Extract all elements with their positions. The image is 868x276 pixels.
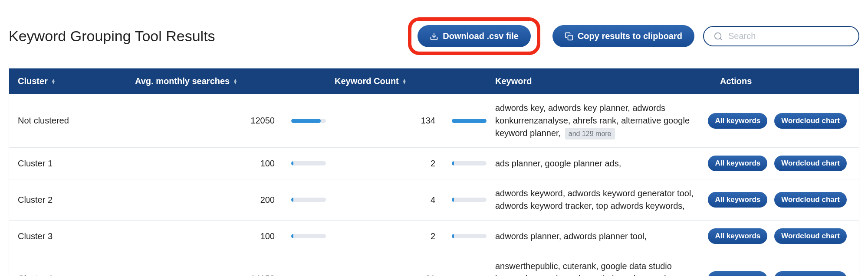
cell-keyword: answerthepublic, cuterank, google data s… <box>487 252 711 276</box>
wordcloud-chart-button[interactable]: Wordcloud chart <box>774 113 847 129</box>
sort-icon: ▲▼ <box>51 79 56 84</box>
cell-actions: All keywordsWordcloud chart <box>711 184 859 215</box>
wordcloud-chart-button[interactable]: Wordcloud chart <box>774 192 847 208</box>
col-header-bar2 <box>439 68 487 94</box>
table-row: Cluster 31002adwords planner, adwords pl… <box>9 220 859 252</box>
cell-count-bar <box>439 111 487 131</box>
cell-actions: All keywordsWordcloud chart <box>711 105 859 136</box>
col-header-searches[interactable]: Avg. monthly searches ▲▼ <box>126 68 278 94</box>
more-badge[interactable]: and 129 more <box>565 128 615 140</box>
search-icon <box>713 32 723 41</box>
cell-searches: 200 <box>126 187 278 213</box>
sort-icon: ▲▼ <box>402 79 407 84</box>
cell-actions: All keywordsWordcloud chart <box>711 221 859 252</box>
cell-searches: 100 <box>126 224 278 249</box>
svg-line-3 <box>720 38 722 40</box>
all-keywords-button[interactable]: All keywords <box>708 156 767 171</box>
table-row: Cluster 22004adwords keyword, adwords ke… <box>9 179 859 220</box>
copy-clipboard-label: Copy results to clipboard <box>578 31 682 41</box>
download-icon <box>430 32 438 41</box>
cell-actions: All keywordsWordcloud chart <box>711 263 859 276</box>
search-field[interactable] <box>703 26 859 46</box>
svg-rect-1 <box>568 35 572 40</box>
all-keywords-button[interactable]: All keywords <box>708 192 767 208</box>
wordcloud-chart-button[interactable]: Wordcloud chart <box>774 228 847 244</box>
table-row: Cluster 41415031answerthepublic, cuteran… <box>9 252 859 276</box>
cell-keyword: ads planner, google planner ads, <box>487 149 711 178</box>
cell-count-bar <box>439 269 487 276</box>
col-header-cluster[interactable]: Cluster ▲▼ <box>9 68 126 94</box>
copy-clipboard-button[interactable]: Copy results to clipboard <box>552 25 694 47</box>
cell-count: 2 <box>326 224 439 249</box>
page-title: Keyword Grouping Tool Results <box>9 28 399 45</box>
cell-cluster: Not clustered <box>9 108 126 133</box>
cell-actions: All keywordsWordcloud chart <box>711 148 859 179</box>
cell-count: 134 <box>326 108 439 133</box>
download-csv-button[interactable]: Download .csv file <box>418 25 530 47</box>
wordcloud-chart-button[interactable]: Wordcloud chart <box>774 271 847 276</box>
cell-searches-bar <box>278 111 326 131</box>
cell-cluster: Cluster 1 <box>9 151 126 176</box>
download-csv-label: Download .csv file <box>443 31 518 41</box>
cell-count-bar <box>439 153 487 173</box>
col-header-keyword: Keyword <box>487 68 711 94</box>
table-row: Not clustered12050134adwords key, adword… <box>9 94 859 147</box>
cell-keyword: adwords keyword, adwords keyword generat… <box>487 179 711 220</box>
all-keywords-button[interactable]: All keywords <box>708 113 767 129</box>
cell-searches-bar <box>278 190 326 210</box>
cell-searches-bar <box>278 226 326 246</box>
col-header-count[interactable]: Keyword Count ▲▼ <box>326 68 439 94</box>
toolbar: Keyword Grouping Tool Results Download .… <box>0 0 868 68</box>
cell-searches: 12050 <box>126 108 278 133</box>
wordcloud-chart-button[interactable]: Wordcloud chart <box>774 156 847 171</box>
cell-searches-bar <box>278 269 326 276</box>
table-header: Cluster ▲▼ Avg. monthly searches ▲▼ Keyw… <box>9 68 859 94</box>
cell-count-bar <box>439 226 487 246</box>
table-row: Cluster 11002ads planner, google planner… <box>9 147 859 179</box>
sort-icon: ▲▼ <box>233 79 237 84</box>
table-body: Not clustered12050134adwords key, adword… <box>9 94 859 276</box>
cell-keyword: adwords planner, adwords planner tool, <box>487 222 711 250</box>
all-keywords-button[interactable]: All keywords <box>708 271 767 276</box>
cell-count-bar <box>439 190 487 210</box>
results-table: Cluster ▲▼ Avg. monthly searches ▲▼ Keyw… <box>9 68 859 276</box>
search-input[interactable] <box>728 31 849 41</box>
cell-searches: 100 <box>126 151 278 176</box>
cell-searches-bar <box>278 153 326 173</box>
col-header-actions: Actions <box>711 68 859 94</box>
cell-count: 4 <box>326 187 439 213</box>
download-highlight: Download .csv file <box>408 17 540 55</box>
all-keywords-button[interactable]: All keywords <box>708 228 767 244</box>
cell-searches: 14150 <box>126 266 278 276</box>
col-header-bar1 <box>278 68 326 94</box>
cell-count: 31 <box>326 266 439 276</box>
cell-cluster: Cluster 2 <box>9 187 126 213</box>
cell-keyword: adwords key, adwords key planner, adword… <box>487 94 711 147</box>
cell-count: 2 <box>326 151 439 176</box>
clipboard-icon <box>565 32 573 41</box>
cell-cluster: Cluster 3 <box>9 224 126 249</box>
cell-cluster: Cluster 4 <box>9 266 126 276</box>
